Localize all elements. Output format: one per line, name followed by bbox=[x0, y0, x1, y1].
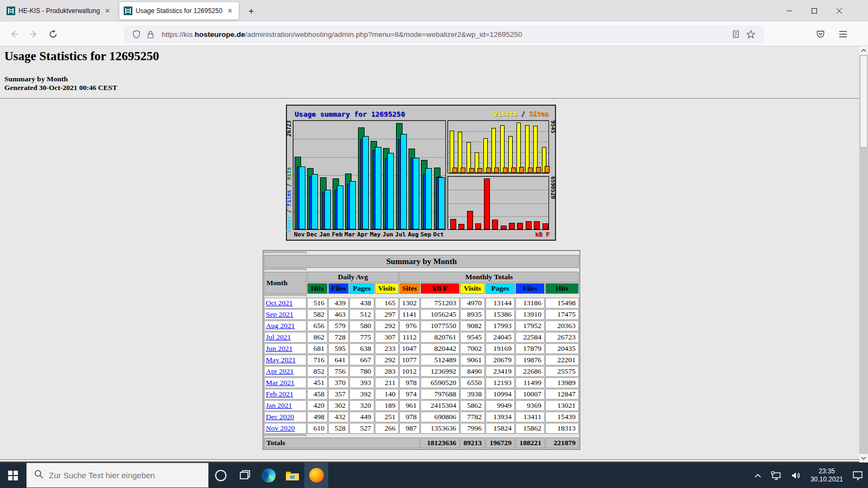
month-link[interactable]: Nov 2020 bbox=[266, 424, 295, 432]
table-cell: 1302 bbox=[399, 298, 420, 309]
lock-icon[interactable] bbox=[147, 30, 154, 38]
month-axis-label: Jun bbox=[381, 231, 394, 238]
close-icon bbox=[836, 8, 843, 14]
column-header: Visits bbox=[460, 283, 485, 294]
scroll-down-arrow[interactable] bbox=[859, 454, 868, 463]
action-center-button[interactable] bbox=[847, 463, 868, 488]
url-bar[interactable]: https://kis.hosteurope.de/administration… bbox=[124, 25, 764, 43]
usage-summary-chart: Usage summary for 12695250 Visits / Site… bbox=[286, 105, 556, 241]
tray-chevron-button[interactable] bbox=[750, 463, 766, 488]
table-cell: 292 bbox=[375, 355, 399, 365]
bar bbox=[475, 223, 481, 229]
taskbar-search-box[interactable] bbox=[26, 463, 209, 488]
bar bbox=[511, 168, 516, 173]
month-link[interactable]: Feb 2021 bbox=[266, 390, 293, 398]
legend-sites: Sites bbox=[529, 110, 548, 118]
reader-view-icon[interactable] bbox=[732, 30, 740, 38]
separator-strip bbox=[264, 268, 307, 271]
window-maximize-button[interactable] bbox=[802, 0, 827, 22]
month-link[interactable]: Aug 2021 bbox=[266, 322, 295, 330]
menu-button[interactable] bbox=[834, 25, 852, 43]
month-link[interactable]: Sep 2021 bbox=[266, 310, 293, 318]
month-link[interactable]: May 2021 bbox=[266, 356, 296, 364]
cortana-button[interactable] bbox=[209, 463, 233, 488]
gridline bbox=[448, 203, 548, 204]
table-cell: 17879 bbox=[515, 343, 545, 354]
table-cell: 20435 bbox=[545, 343, 579, 354]
bar bbox=[452, 168, 457, 173]
table-cell: 751203 bbox=[420, 298, 459, 309]
volume-button[interactable] bbox=[787, 463, 806, 488]
month-link[interactable]: Mar 2021 bbox=[266, 378, 295, 387]
bar bbox=[492, 128, 496, 173]
bar bbox=[375, 147, 381, 229]
firefox-button[interactable] bbox=[304, 463, 328, 488]
scrollbar-thumb[interactable] bbox=[860, 55, 867, 147]
windows-logo-icon bbox=[8, 471, 18, 480]
start-button[interactable] bbox=[0, 463, 26, 488]
column-header: Hits bbox=[307, 283, 328, 294]
bar bbox=[517, 223, 523, 229]
clock-date: 30.10.2021 bbox=[810, 476, 843, 484]
back-button[interactable] bbox=[5, 25, 23, 43]
bookmark-star-icon[interactable] bbox=[746, 30, 755, 38]
month-axis-label: Jul bbox=[394, 231, 407, 238]
taskbar-clock[interactable]: 23:35 30.10.2021 bbox=[806, 467, 847, 484]
window-minimize-button[interactable] bbox=[777, 0, 802, 22]
table-cell: 1112 bbox=[399, 332, 420, 343]
tab-title: HE-KIS - Produktverwaltung > V bbox=[18, 7, 100, 15]
table-cell: 13411 bbox=[515, 412, 545, 422]
forward-button[interactable] bbox=[25, 25, 42, 43]
table-cell: 820442 bbox=[420, 343, 459, 354]
table-cell: 438 bbox=[349, 298, 374, 309]
table-cell: 357 bbox=[328, 389, 349, 400]
edge-button[interactable] bbox=[257, 463, 280, 488]
scroll-up-arrow[interactable] bbox=[859, 46, 868, 55]
table-cell: 24045 bbox=[486, 332, 515, 343]
month-link[interactable]: Dec 2020 bbox=[266, 413, 294, 421]
gridline bbox=[293, 139, 445, 139]
tab-hekis[interactable]: HE-KIS - Produktverwaltung > V ✕ bbox=[2, 2, 116, 20]
month-link[interactable]: Jan 2021 bbox=[266, 401, 292, 409]
search-input[interactable] bbox=[49, 471, 195, 480]
month-link[interactable]: Apr 2021 bbox=[266, 367, 293, 375]
new-tab-button[interactable]: + bbox=[244, 4, 258, 18]
network-button[interactable] bbox=[766, 463, 787, 488]
bar bbox=[425, 168, 432, 229]
bar bbox=[545, 166, 550, 173]
table-cell: 233 bbox=[375, 343, 399, 354]
table-row: Sep 202158246351229711411056245893515386… bbox=[264, 309, 579, 320]
horizontal-rule bbox=[0, 459, 859, 460]
month-link[interactable]: Oct 2021 bbox=[266, 299, 293, 307]
tab-close-icon[interactable]: ✕ bbox=[103, 7, 112, 15]
tracking-shield-icon[interactable] bbox=[132, 30, 141, 38]
table-cell: 512489 bbox=[420, 355, 459, 365]
table-cell: 15386 bbox=[486, 309, 515, 320]
table-cell: 189 bbox=[375, 400, 399, 411]
system-tray: 23:35 30.10.2021 bbox=[750, 463, 868, 488]
clock-time: 23:35 bbox=[810, 467, 843, 476]
pocket-button[interactable] bbox=[812, 25, 829, 43]
task-view-button[interactable] bbox=[233, 463, 257, 488]
tab-close-icon[interactable]: ✕ bbox=[226, 7, 234, 15]
bar bbox=[299, 166, 305, 229]
month-axis-label: Apr bbox=[356, 231, 369, 238]
window-close-button[interactable] bbox=[827, 0, 852, 22]
table-cell: 9545 bbox=[460, 332, 485, 343]
table-cell: 15498 bbox=[545, 298, 579, 309]
month-link[interactable]: Jul 2021 bbox=[266, 333, 291, 341]
bar bbox=[461, 168, 465, 173]
file-explorer-button[interactable] bbox=[280, 463, 304, 488]
bar bbox=[324, 190, 331, 229]
summary-by-month-label: Summary by Month bbox=[4, 75, 68, 84]
table-cell: 580 bbox=[349, 320, 374, 331]
month-axis-label: Sep bbox=[419, 231, 432, 238]
bar bbox=[450, 131, 454, 173]
table-cell: 15824 bbox=[486, 423, 515, 434]
table-title: Summary by Month bbox=[264, 255, 579, 268]
month-link[interactable]: Jun 2021 bbox=[266, 344, 292, 352]
tab-usage-statistics[interactable]: Usage Statistics for 12695250 - S ✕ bbox=[119, 2, 239, 20]
vertical-scrollbar[interactable] bbox=[859, 46, 868, 463]
horizontal-rule bbox=[0, 98, 859, 99]
reload-button[interactable] bbox=[44, 25, 62, 43]
